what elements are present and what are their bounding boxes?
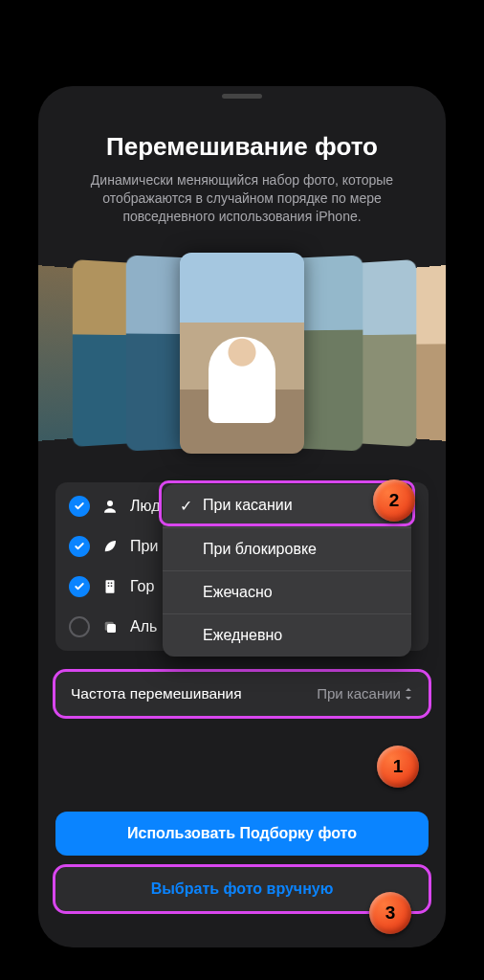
category-label: Люд bbox=[130, 498, 160, 515]
popover-option-daily[interactable]: Ежедневно bbox=[163, 614, 411, 657]
frequency-row[interactable]: Частота перемешивания При касании bbox=[55, 672, 429, 716]
checkbox-checked-icon[interactable] bbox=[69, 496, 90, 517]
annotation-badge-1: 1 bbox=[377, 746, 419, 788]
svg-rect-4 bbox=[108, 585, 110, 587]
svg-rect-2 bbox=[108, 582, 110, 584]
person-icon bbox=[101, 498, 119, 515]
popover-option-label: Ежечасно bbox=[203, 584, 273, 601]
secondary-button-label: Выбрать фото вручную bbox=[151, 880, 334, 897]
photo-carousel[interactable] bbox=[55, 243, 429, 463]
frequency-value-text: При касании bbox=[317, 685, 401, 702]
category-label: Аль bbox=[130, 618, 157, 635]
popover-option-label: При касании bbox=[203, 497, 293, 514]
frequency-value: При касании bbox=[317, 685, 413, 702]
carousel-card-center bbox=[180, 253, 304, 454]
checkbox-checked-icon[interactable] bbox=[69, 576, 90, 597]
leaf-icon bbox=[101, 538, 119, 555]
popover-option-on-lock[interactable]: При блокировке bbox=[163, 528, 411, 571]
checkbox-unchecked-icon[interactable] bbox=[69, 616, 90, 637]
svg-rect-1 bbox=[106, 580, 115, 593]
category-list: Люд При Гор bbox=[55, 482, 429, 651]
popover-option-hourly[interactable]: Ежечасно bbox=[163, 571, 411, 614]
svg-rect-7 bbox=[107, 624, 116, 633]
svg-point-0 bbox=[107, 501, 113, 506]
checkmark-icon: ✓ bbox=[178, 497, 193, 515]
updown-chevron-icon bbox=[404, 687, 413, 701]
svg-rect-5 bbox=[111, 585, 113, 587]
page-title: Перемешивание фото bbox=[55, 132, 429, 162]
frequency-popover: ✓ При касании При блокировке Ежечасно Еж… bbox=[163, 484, 411, 657]
building-icon bbox=[101, 578, 119, 595]
checkbox-checked-icon[interactable] bbox=[69, 536, 90, 557]
page-subtitle: Динамически меняющийся набор фото, котор… bbox=[55, 171, 429, 226]
annotation-badge-2: 2 bbox=[373, 479, 415, 522]
stack-icon bbox=[101, 618, 119, 635]
category-label: Гор bbox=[130, 578, 154, 595]
use-featured-photos-button[interactable]: Использовать Подборку фото bbox=[55, 812, 429, 856]
frequency-label: Частота перемешивания bbox=[71, 685, 242, 702]
svg-rect-3 bbox=[111, 582, 113, 584]
annotation-badge-3: 3 bbox=[369, 892, 411, 934]
notch-handle bbox=[222, 94, 262, 99]
popover-option-label: Ежедневно bbox=[203, 627, 282, 644]
category-label: При bbox=[130, 538, 158, 555]
popover-option-label: При блокировке bbox=[203, 541, 317, 558]
